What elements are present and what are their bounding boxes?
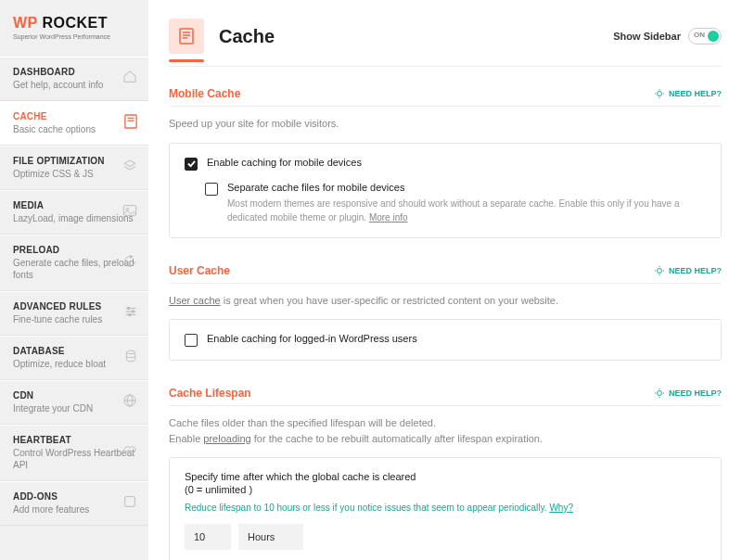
svg-rect-0: [125, 115, 136, 128]
nav-title: MEDIA: [13, 200, 135, 210]
nav-subtitle: LazyLoad, image dimensions: [13, 212, 135, 224]
svg-point-9: [132, 311, 134, 312]
page-icon: [169, 19, 204, 54]
tab-indicator: [169, 59, 204, 62]
sidebar-item-media[interactable]: MEDIALazyLoad, image dimensions: [0, 190, 148, 235]
more-info-link[interactable]: More info: [369, 212, 408, 223]
need-help-link[interactable]: NEED HELP?: [654, 88, 722, 99]
layers-icon: [122, 159, 137, 177]
sidebar-item-file-optimization[interactable]: FILE OPTIMIZATIONOptimize CSS & JS: [0, 146, 148, 190]
section-title: Mobile Cache: [169, 87, 240, 100]
nav-subtitle: Integrate your CDN: [13, 402, 135, 414]
nav-subtitle: Generate cache files, preload fonts: [13, 257, 135, 281]
preloading-link[interactable]: preloading: [203, 433, 250, 444]
svg-rect-16: [180, 29, 193, 44]
sidebar-item-advanced-rules[interactable]: ADVANCED RULESFine-tune cache rules: [0, 291, 148, 336]
main-panel: Cache Show Sidebar ON Mobile Cache NEED …: [148, 0, 742, 560]
nav-subtitle: Fine-tune cache rules: [13, 313, 135, 325]
svg-point-20: [657, 92, 661, 96]
show-sidebar-toggle[interactable]: ON: [688, 28, 722, 45]
logo: WP ROCKET Superior WordPress Performance: [0, 0, 148, 57]
sliders-icon: [124, 305, 137, 322]
svg-point-25: [657, 268, 661, 273]
svg-rect-15: [125, 497, 135, 507]
heart-icon: [122, 445, 137, 462]
lifespan-value-input[interactable]: [185, 524, 231, 550]
nav-title: FILE OPTIMIZATION: [13, 156, 135, 166]
lifespan-label: Specify time after which the global cach…: [185, 471, 706, 482]
checkbox-label: Enable caching for mobile devices: [207, 157, 362, 168]
svg-point-11: [126, 350, 134, 354]
section-title: User Cache: [169, 264, 230, 277]
nav-subtitle: Optimize, reduce bloat: [13, 358, 135, 370]
nav-title: HEARTBEAT: [13, 435, 135, 445]
sidebar-item-dashboard[interactable]: DASHBOARDGet help, account info: [0, 57, 148, 101]
nav-subtitle: Add more features: [13, 503, 135, 515]
svg-point-10: [129, 313, 131, 315]
need-help-link[interactable]: NEED HELP?: [654, 265, 722, 276]
section-cache-lifespan: Cache Lifespan NEED HELP? Cache files ol…: [169, 387, 722, 560]
checkbox-label: Enable caching for logged-in WordPress u…: [207, 333, 417, 344]
nav-subtitle: Basic cache options: [13, 123, 135, 135]
nav-title: DASHBOARD: [13, 67, 135, 77]
sidebar-item-cache[interactable]: CACHEBasic cache options: [0, 101, 148, 146]
sidebar-item-heartbeat[interactable]: HEARTBEATControl WordPress Heartbeat API: [0, 425, 148, 481]
page-title: Cache: [219, 26, 275, 47]
section-user-cache: User Cache NEED HELP? User cache is grea…: [169, 264, 722, 362]
why-link[interactable]: Why?: [549, 503, 573, 513]
nav-title: ADVANCED RULES: [13, 301, 135, 312]
lifespan-unit-select[interactable]: Hours: [238, 524, 303, 550]
sidebar-item-add-ons[interactable]: ADD-ONSAdd more features: [0, 481, 148, 526]
lifespan-sublabel: (0 = unlimited ): [185, 484, 706, 495]
nav-subtitle: Control WordPress Heartbeat API: [13, 447, 135, 471]
user-cache-link[interactable]: User cache: [169, 295, 221, 306]
nav-title: PRELOAD: [13, 245, 135, 255]
section-title: Cache Lifespan: [169, 387, 251, 400]
show-sidebar-label: Show Sidebar: [613, 31, 681, 42]
sidebar: WP ROCKET Superior WordPress Performance…: [0, 0, 148, 560]
svg-point-8: [128, 307, 130, 309]
section-desc: Speed up your site for mobile visitors.: [169, 116, 722, 132]
checkbox-separate-cache[interactable]: [205, 183, 218, 196]
doc-icon: [124, 114, 137, 133]
section-mobile-cache: Mobile Cache NEED HELP? Speed up your si…: [169, 87, 722, 238]
checkbox-help: Most modern themes are responsive and sh…: [227, 197, 706, 224]
nav-title: CDN: [13, 390, 135, 401]
nav-title: DATABASE: [13, 346, 135, 356]
section-desc: Cache files older than the specified lif…: [169, 415, 722, 446]
puzzle-icon: [122, 494, 137, 513]
sidebar-item-preload[interactable]: PRELOADGenerate cache files, preload fon…: [0, 235, 148, 291]
nav-subtitle: Get help, account info: [13, 79, 135, 91]
globe-icon: [122, 393, 137, 412]
sidebar-item-database[interactable]: DATABASEOptimize, reduce bloat: [0, 336, 148, 380]
checkbox-label: Separate cache files for mobile devices: [227, 182, 706, 193]
svg-point-30: [657, 391, 661, 396]
need-help-link[interactable]: NEED HELP?: [654, 388, 722, 399]
checkbox-mobile-cache[interactable]: [185, 158, 198, 171]
section-desc: User cache is great when you have user-s…: [169, 293, 722, 309]
svg-rect-3: [123, 206, 135, 216]
nav-title: CACHE: [13, 111, 135, 121]
sidebar-item-cdn[interactable]: CDNIntegrate your CDN: [0, 380, 148, 425]
checkbox-user-cache[interactable]: [185, 334, 198, 347]
nav-title: ADD-ONS: [13, 491, 135, 502]
lifespan-tip: Reduce lifespan to 10 hours or less if y…: [185, 503, 706, 513]
refresh-icon: [122, 254, 137, 273]
image-icon: [122, 204, 137, 221]
db-icon: [124, 349, 137, 367]
nav-subtitle: Optimize CSS & JS: [13, 168, 135, 180]
home-icon: [122, 70, 137, 88]
